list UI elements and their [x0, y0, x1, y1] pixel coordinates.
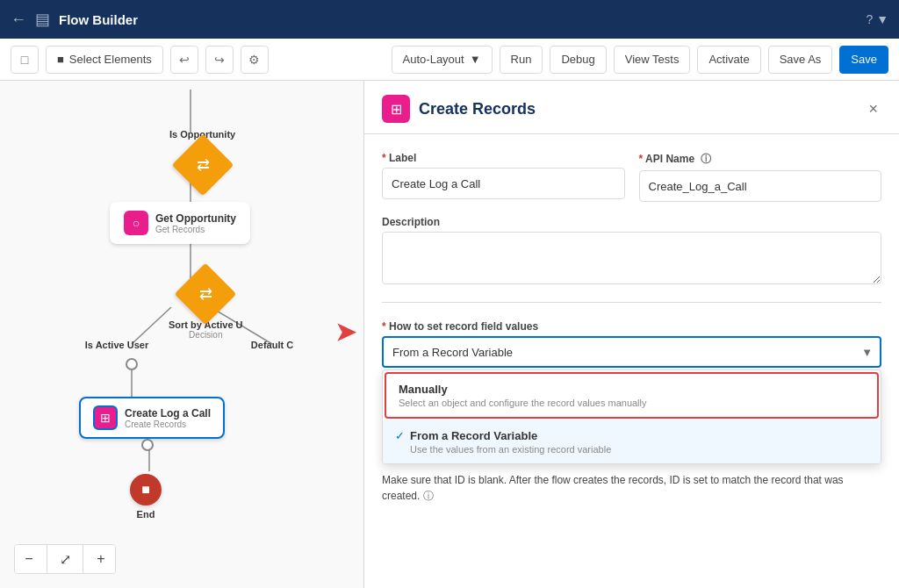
- node-box: ⊞ Create Log a Call Create Records: [79, 397, 225, 439]
- option-title: Manually: [399, 383, 865, 396]
- node-get-opportunity[interactable]: ○ Get Opportunity Get Records: [110, 202, 250, 244]
- api-name-field: * API Name ⓘ: [639, 152, 882, 202]
- debug-button[interactable]: Debug: [550, 46, 606, 74]
- panel-header-icon: ⊞: [382, 95, 410, 123]
- description-input[interactable]: [382, 232, 881, 284]
- view-tests-button[interactable]: View Tests: [614, 46, 691, 74]
- connector-circle-2: [141, 439, 154, 451]
- save-as-button[interactable]: Save As: [768, 46, 833, 74]
- dropdown-option-manually[interactable]: Manually Select an object and configure …: [385, 372, 879, 419]
- red-arrow-indicator: ➤: [335, 318, 356, 347]
- label-api-row: * Label * API Name ⓘ: [382, 152, 881, 202]
- svg-line-3: [132, 307, 171, 344]
- connector-circle: [126, 358, 138, 370]
- label-is-active-user: Is Active User: [77, 340, 156, 350]
- label-field-label: * Label: [382, 152, 625, 164]
- main-area: Is Opportunity ⇄ ○ Get Opportunity Get R…: [0, 81, 899, 588]
- label-default-c: Default C: [237, 340, 307, 350]
- flow-icon: ▤: [35, 10, 50, 29]
- close-button[interactable]: ×: [865, 97, 881, 122]
- undo-button[interactable]: ↩: [170, 46, 198, 74]
- select-elements-button[interactable]: ■ Select Elements: [46, 46, 163, 74]
- auto-layout-chevron-icon: ▼: [470, 53, 481, 66]
- panel-header: ⊞ Create Records ×: [364, 81, 899, 134]
- zoom-in-button[interactable]: +: [87, 545, 115, 573]
- node-box: ○ Get Opportunity Get Records: [110, 202, 250, 244]
- node-sublabel: Decision: [189, 330, 222, 340]
- check-icon: ✓: [395, 429, 405, 442]
- activate-button[interactable]: Activate: [697, 46, 760, 74]
- node-label: Create Log a Call: [125, 407, 211, 419]
- settings-button[interactable]: ⚙: [241, 46, 269, 74]
- node-sort-by-active[interactable]: ⇄ Sort by Active U Decision: [169, 272, 243, 340]
- api-name-info-icon: ⓘ: [701, 153, 711, 165]
- node-icon: ⊞: [93, 405, 118, 430]
- node-sublabel: Create Records: [125, 419, 211, 429]
- dropdown-option-record-variable[interactable]: ✓ From a Record Variable Use the values …: [383, 420, 881, 463]
- node-is-opportunity[interactable]: Is Opportunity ⇄: [169, 129, 235, 187]
- api-name-label: * API Name ⓘ: [639, 152, 882, 167]
- node-create-log[interactable]: ⊞ Create Log a Call Create Records: [79, 397, 225, 439]
- flow-canvas[interactable]: Is Opportunity ⇄ ○ Get Opportunity Get R…: [0, 81, 363, 588]
- node-label: End: [137, 509, 155, 520]
- run-button[interactable]: Run: [500, 46, 543, 74]
- auto-layout-button[interactable]: Auto-Layout ▼: [392, 46, 493, 74]
- zoom-divider-2: [83, 545, 83, 573]
- diamond-shape: ⇄: [171, 134, 234, 197]
- api-name-input[interactable]: [639, 170, 882, 202]
- info-icon: ⓘ: [423, 490, 434, 502]
- dropdown-options-list: Manually Select an object and configure …: [382, 369, 881, 464]
- panel-body: * Label * API Name ⓘ Description: [364, 134, 899, 521]
- zoom-divider: [47, 545, 47, 573]
- option-title: From a Record Variable: [410, 429, 611, 442]
- info-text: Make sure that ID is blank. After the fl…: [382, 472, 881, 504]
- node-sublabel: Get Records: [155, 225, 236, 234]
- app-title: Flow Builder: [59, 12, 138, 27]
- help-button[interactable]: ? ▼: [866, 12, 888, 26]
- how-to-set-dropdown[interactable]: From a Record Variable Manually: [382, 336, 881, 368]
- save-button[interactable]: Save: [839, 46, 888, 74]
- panel-title: Create Records: [419, 100, 856, 118]
- label-input[interactable]: [382, 168, 625, 199]
- how-to-set-label: * How to set record field values: [382, 320, 881, 333]
- zoom-controls: − ⤢ +: [14, 544, 116, 574]
- redo-button[interactable]: ↪: [205, 46, 234, 74]
- label-field: * Label: [382, 152, 625, 202]
- toolbar: □ ■ Select Elements ↩ ↪ ⚙ Auto-Layout ▼ …: [0, 39, 899, 81]
- top-nav: ← ▤ Flow Builder ? ▼: [0, 0, 899, 39]
- diamond-shape: ⇄: [175, 263, 237, 326]
- zoom-fit-button[interactable]: ⤢: [51, 545, 79, 573]
- zoom-out-button[interactable]: −: [15, 545, 43, 573]
- back-icon[interactable]: ←: [11, 11, 26, 29]
- node-icon: ○: [124, 211, 148, 235]
- option-desc: Select an object and configure the recor…: [399, 398, 865, 408]
- node-end[interactable]: ■ End: [130, 474, 162, 520]
- create-records-panel: ⊞ Create Records × * Label * API Name: [363, 81, 899, 588]
- how-to-set-dropdown-wrapper: From a Record Variable Manually ▼ Manual…: [382, 336, 881, 368]
- divider-1: [382, 302, 881, 303]
- description-label: Description: [382, 216, 881, 228]
- node-label: Get Opportunity: [155, 212, 236, 225]
- canvas-toggle-button[interactable]: □: [11, 46, 39, 74]
- end-circle: ■: [130, 474, 162, 506]
- how-to-set-field: * How to set record field values From a …: [382, 320, 881, 368]
- select-elements-icon: ■: [57, 53, 64, 66]
- description-field: Description: [382, 216, 881, 284]
- option-desc: Use the values from an existing record v…: [410, 444, 611, 455]
